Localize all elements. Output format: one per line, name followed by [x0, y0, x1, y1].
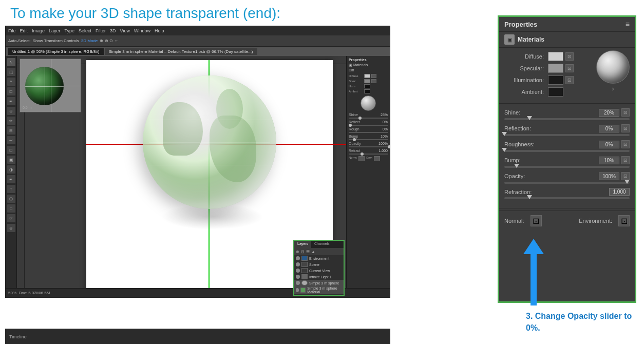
- ambient-label: Ambient:: [504, 89, 548, 95]
- roughness-track[interactable]: [504, 150, 630, 152]
- opacity-track[interactable]: [504, 182, 630, 184]
- tool-hand[interactable]: ☞: [7, 214, 15, 222]
- illumination-swatch[interactable]: [548, 75, 563, 85]
- menu-image[interactable]: Image: [32, 28, 45, 33]
- layer-tool-4[interactable]: ▲: [311, 250, 315, 254]
- bump-thumb[interactable]: [514, 164, 519, 168]
- ps-mini-properties: Properties ▣ Materials Diff Diffuse Spec: [346, 56, 390, 297]
- reflection-value[interactable]: 0%: [599, 125, 619, 132]
- tool-shape[interactable]: □: [7, 204, 15, 213]
- refraction-thumb[interactable]: [527, 195, 532, 199]
- roughness-thumb[interactable]: [502, 148, 507, 152]
- reflection-value-area: 0% ⊡: [599, 124, 630, 132]
- tool-history[interactable]: ↩: [7, 136, 15, 144]
- specular-label: Specular:: [504, 65, 548, 71]
- tool-stamp[interactable]: ⊞: [7, 126, 15, 135]
- tool-lasso[interactable]: ⌖: [7, 78, 15, 86]
- tool-select[interactable]: ⬚: [7, 68, 15, 76]
- tool-gradient[interactable]: ▣: [7, 156, 15, 164]
- diffuse-swatch[interactable]: [548, 52, 563, 61]
- roughness-file-icon[interactable]: ⊡: [621, 140, 630, 148]
- layer-tool-2[interactable]: ⊟: [301, 250, 305, 254]
- opacity-value[interactable]: 100%: [599, 173, 619, 180]
- thumbnail-crosshair-h: [20, 86, 81, 86]
- layer-camera[interactable]: Default Camera: [294, 294, 344, 296]
- reflection-file-icon[interactable]: ⊡: [621, 124, 630, 132]
- sphere-preview: [596, 50, 630, 84]
- normal-icon[interactable]: ⊡: [531, 215, 542, 226]
- mini-opacity-slider: [349, 146, 388, 147]
- layer-environment[interactable]: Environment: [294, 255, 344, 261]
- shine-track[interactable]: [504, 118, 630, 120]
- roughness-slider-row: Roughness: 0% ⊡: [504, 140, 630, 152]
- menu-help[interactable]: Help: [155, 28, 164, 33]
- ps-thumbnail-panel: 0.5 m: [20, 59, 81, 112]
- menu-view[interactable]: View: [120, 28, 130, 33]
- tool-brush[interactable]: ✏: [7, 117, 15, 125]
- layers-tab-channels[interactable]: Channels: [311, 241, 333, 248]
- toolbar-show-transform: Show Transform Controls: [33, 39, 79, 43]
- menu-edit[interactable]: Edit: [20, 28, 28, 33]
- specular-file-icon[interactable]: ⊡: [565, 64, 574, 72]
- menu-type[interactable]: Type: [65, 28, 75, 33]
- environment-label: Environment:: [579, 218, 612, 224]
- refraction-value[interactable]: 1.000: [609, 188, 630, 196]
- layer-sphere-material[interactable]: Simple 3 m sphere Material: [294, 286, 344, 294]
- menu-select[interactable]: Select: [79, 28, 91, 33]
- bump-value[interactable]: 10%: [599, 157, 619, 164]
- tool-type[interactable]: T: [7, 185, 15, 193]
- tool-eraser[interactable]: ◻: [7, 146, 15, 154]
- ps-layers-panel: Layers Channels ⊕ ⊟ ☰ ▲ Environment Scen…: [293, 240, 345, 296]
- layer-thumb-sphere: [301, 280, 308, 285]
- tool-crop[interactable]: ⊡: [7, 87, 15, 95]
- properties-menu-icon[interactable]: ≡: [626, 20, 630, 28]
- bump-track[interactable]: [504, 166, 630, 168]
- opacity-file-icon[interactable]: ⊡: [621, 172, 630, 180]
- menu-filter[interactable]: Filter: [96, 28, 106, 33]
- layer-scene[interactable]: Scene: [294, 261, 344, 267]
- tool-zoom[interactable]: ⊕: [7, 224, 15, 232]
- opacity-thumb[interactable]: [624, 180, 630, 184]
- ps-tab-simple[interactable]: Simple 3 m in sphere Material – Default …: [105, 48, 257, 55]
- arrow-shaft: [531, 254, 537, 305]
- menu-layer[interactable]: Layer: [49, 28, 61, 33]
- bump-file-icon[interactable]: ⊡: [621, 156, 630, 164]
- shine-value[interactable]: 20%: [599, 109, 619, 117]
- ps-tab-untitled[interactable]: Untitled-1 @ 50% (Simple 3 in sphere, RG…: [8, 48, 104, 55]
- opacity-header: Opacity: 100% ⊡: [504, 172, 630, 180]
- diffuse-file-icon[interactable]: ⊡: [565, 52, 574, 61]
- menu-window[interactable]: Window: [134, 28, 150, 33]
- ps-menubar: File Edit Image Layer Type Select Filter…: [6, 26, 390, 35]
- layer-sphere[interactable]: Simple 3 m sphere: [294, 280, 344, 286]
- ambient-swatch[interactable]: [548, 87, 563, 97]
- reflection-thumb[interactable]: [502, 132, 507, 136]
- reflection-track[interactable]: [504, 134, 630, 136]
- tool-pen[interactable]: ✒: [7, 175, 15, 183]
- refraction-track[interactable]: [504, 197, 630, 199]
- layer-eye-light: [296, 275, 300, 279]
- illumination-file-icon[interactable]: ⊡: [565, 76, 574, 84]
- layer-current-view[interactable]: Current View: [294, 267, 344, 274]
- shine-file-icon[interactable]: ⊡: [621, 108, 630, 117]
- layer-tool-3[interactable]: ☰: [306, 250, 310, 254]
- tool-move[interactable]: ↖: [7, 58, 15, 66]
- menu-3d[interactable]: 3D: [110, 28, 116, 33]
- roughness-value[interactable]: 0%: [599, 141, 619, 148]
- layer-label-view: Current View: [309, 269, 330, 273]
- layers-tab-layers[interactable]: Layers: [294, 241, 311, 248]
- layer-tool-1[interactable]: ⊕: [296, 250, 299, 254]
- menu-file[interactable]: File: [8, 28, 16, 33]
- tool-dodge[interactable]: ◑: [7, 165, 15, 174]
- tool-path[interactable]: ⬡: [7, 195, 15, 203]
- specular-swatch[interactable]: [548, 64, 563, 73]
- environment-icon[interactable]: ⊡: [618, 215, 630, 226]
- layer-light[interactable]: Infinite Light 1: [294, 274, 344, 280]
- shine-thumb[interactable]: [527, 116, 532, 120]
- page-title: To make your 3D shape transparent (end):: [10, 5, 280, 22]
- layer-thumb-env: [301, 256, 308, 261]
- sliders-section: Shine: 20% ⊡ Reflection: 0% ⊡: [499, 106, 635, 206]
- tool-eyedrop[interactable]: ✒: [7, 97, 15, 105]
- ps-toolbar-top: Auto-Select: Show Transform Controls 3D …: [6, 35, 390, 47]
- refraction-track-container: [504, 197, 630, 199]
- tool-heal[interactable]: ⊕: [7, 107, 15, 115]
